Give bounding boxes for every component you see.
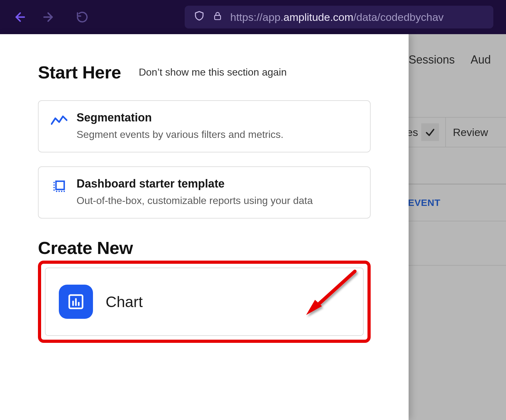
background-column: Sessions Aud es Review EVENT <box>405 34 506 420</box>
tab-aud[interactable]: Aud <box>471 53 491 66</box>
card-desc: Segment events by various filters and me… <box>77 129 284 140</box>
card-dashboard-template[interactable]: Dashboard starter template Out-of-the-bo… <box>38 166 371 219</box>
lock-icon <box>213 10 223 24</box>
svg-point-9 <box>64 191 65 192</box>
reload-button[interactable] <box>75 9 90 25</box>
svg-point-8 <box>61 191 62 192</box>
svg-rect-1 <box>56 181 64 189</box>
card-title: Dashboard starter template <box>77 177 313 190</box>
create-new-title: Create New <box>38 238 371 258</box>
dashboard-template-icon <box>51 178 68 195</box>
chart-icon <box>59 285 93 319</box>
card-desc: Out-of-the-box, customizable reports usi… <box>77 195 313 207</box>
start-here-panel: Start Here Don’t show me this section ag… <box>0 34 409 420</box>
svg-point-2 <box>53 182 55 183</box>
svg-point-5 <box>53 189 55 191</box>
row-text-review[interactable]: Review <box>446 126 488 139</box>
svg-point-7 <box>59 191 60 192</box>
forward-button[interactable] <box>40 9 56 25</box>
address-bar[interactable]: https://app.amplitude.com/data/codedbych… <box>185 6 493 28</box>
tab-sessions[interactable]: Sessions <box>409 53 455 66</box>
svg-rect-0 <box>215 15 221 20</box>
segmentation-line-icon <box>51 112 68 129</box>
svg-point-4 <box>53 187 55 188</box>
annotation-highlight: Chart <box>38 261 371 343</box>
svg-point-3 <box>53 184 55 186</box>
panel-title: Start Here <box>38 62 121 83</box>
dismiss-link[interactable]: Don’t show me this section again <box>139 66 287 78</box>
card-segmentation[interactable]: Segmentation Segment events by various f… <box>38 100 371 152</box>
event-label[interactable]: EVENT <box>405 184 506 221</box>
card-title: Segmentation <box>77 111 284 124</box>
create-new-chart-card[interactable]: Chart <box>45 268 364 336</box>
create-card-title: Chart <box>106 293 143 311</box>
shield-icon <box>194 9 205 25</box>
url-text: https://app.amplitude.com/data/codedbych… <box>230 11 444 23</box>
check-icon[interactable] <box>421 123 439 141</box>
browser-chrome: https://app.amplitude.com/data/codedbych… <box>0 0 506 34</box>
background-row: es Review <box>405 117 506 147</box>
back-button[interactable] <box>13 9 28 25</box>
svg-point-6 <box>56 191 57 192</box>
